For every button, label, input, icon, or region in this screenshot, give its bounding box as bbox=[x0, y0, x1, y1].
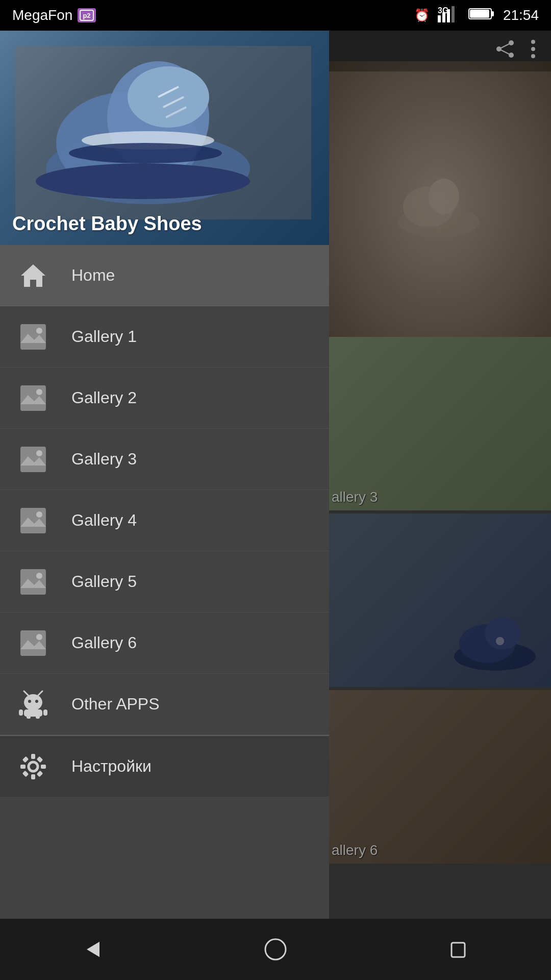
network-icon: 3G bbox=[438, 5, 460, 26]
svg-rect-5 bbox=[447, 9, 450, 22]
svg-point-29 bbox=[128, 66, 209, 128]
svg-point-31 bbox=[69, 143, 222, 163]
svg-rect-68 bbox=[20, 765, 26, 769]
svg-point-32 bbox=[36, 163, 250, 199]
svg-rect-60 bbox=[24, 709, 42, 717]
status-bar: MegaFon p2 ⏰ 3G bbox=[0, 0, 551, 31]
svg-rect-62 bbox=[43, 709, 47, 716]
time-display: 21:54 bbox=[503, 7, 539, 23]
gallery3-label: Gallery 3 bbox=[71, 450, 137, 469]
svg-rect-3 bbox=[438, 15, 441, 22]
svg-rect-71 bbox=[37, 756, 43, 763]
svg-line-59 bbox=[38, 691, 42, 695]
svg-point-56 bbox=[28, 700, 31, 703]
gallery4-icon bbox=[15, 503, 51, 538]
svg-point-39 bbox=[36, 328, 42, 334]
battery-icon bbox=[468, 7, 495, 24]
svg-rect-9 bbox=[470, 10, 489, 18]
svg-rect-64 bbox=[36, 716, 40, 719]
carrier-icon: p2 bbox=[78, 8, 96, 22]
svg-rect-52 bbox=[20, 630, 46, 656]
drawer-header: Crochet Baby Shoes bbox=[0, 31, 329, 245]
svg-rect-8 bbox=[491, 11, 494, 16]
svg-point-75 bbox=[265, 939, 286, 960]
svg-point-54 bbox=[36, 634, 42, 640]
svg-rect-72 bbox=[22, 770, 29, 777]
svg-text:p2: p2 bbox=[83, 12, 91, 19]
svg-point-42 bbox=[36, 389, 42, 395]
svg-rect-76 bbox=[452, 943, 465, 957]
svg-rect-73 bbox=[37, 770, 43, 777]
svg-rect-40 bbox=[20, 385, 46, 411]
svg-rect-46 bbox=[20, 508, 46, 533]
svg-point-55 bbox=[24, 694, 42, 710]
svg-rect-66 bbox=[31, 754, 35, 759]
gallery1-icon bbox=[15, 319, 51, 355]
svg-rect-61 bbox=[19, 709, 23, 716]
menu-item-home[interactable]: Home bbox=[0, 245, 329, 306]
menu-item-gallery5[interactable]: Gallery 5 bbox=[0, 551, 329, 612]
svg-rect-70 bbox=[22, 756, 29, 763]
gallery5-label: Gallery 5 bbox=[71, 572, 137, 591]
svg-rect-43 bbox=[20, 447, 46, 472]
carrier-name: MegaFon bbox=[12, 7, 72, 23]
svg-marker-36 bbox=[21, 264, 45, 287]
svg-rect-69 bbox=[41, 765, 46, 769]
svg-point-45 bbox=[36, 450, 42, 456]
back-button[interactable] bbox=[61, 929, 122, 970]
drawer-header-title: Crochet Baby Shoes bbox=[12, 213, 202, 235]
svg-rect-6 bbox=[452, 6, 455, 22]
nav-drawer: Crochet Baby Shoes Home Gallery 1 bbox=[0, 31, 329, 980]
gallery1-label: Gallery 1 bbox=[71, 327, 137, 346]
menu-item-gallery1[interactable]: Gallery 1 bbox=[0, 306, 329, 368]
svg-rect-49 bbox=[20, 569, 46, 595]
menu-item-other-apps[interactable]: Other APPS bbox=[0, 674, 329, 735]
gallery6-label: Gallery 6 bbox=[71, 633, 137, 652]
svg-line-58 bbox=[24, 691, 28, 695]
gallery6-icon bbox=[15, 625, 51, 661]
android-icon bbox=[15, 687, 51, 722]
settings-label: Настройки bbox=[71, 757, 152, 776]
gallery2-icon bbox=[15, 380, 51, 416]
home-icon bbox=[15, 258, 51, 293]
svg-point-48 bbox=[36, 511, 42, 518]
status-bar-left: MegaFon p2 bbox=[12, 7, 96, 23]
gallery4-label: Gallery 4 bbox=[71, 511, 137, 530]
menu-item-settings[interactable]: Настройки bbox=[0, 736, 329, 797]
svg-rect-4 bbox=[442, 12, 445, 22]
home-label: Home bbox=[71, 266, 115, 285]
alarm-icon: ⏰ bbox=[414, 8, 430, 22]
gallery2-label: Gallery 2 bbox=[71, 388, 137, 407]
svg-point-51 bbox=[36, 573, 42, 579]
menu-item-gallery6[interactable]: Gallery 6 bbox=[0, 612, 329, 674]
menu-items: Home Gallery 1 Gallery 2 bbox=[0, 245, 329, 980]
svg-rect-67 bbox=[31, 774, 35, 779]
svg-rect-63 bbox=[27, 716, 31, 719]
svg-point-57 bbox=[35, 700, 38, 703]
recents-button[interactable] bbox=[429, 929, 490, 970]
svg-marker-74 bbox=[87, 942, 99, 957]
status-bar-right: ⏰ 3G 21:54 bbox=[414, 5, 539, 26]
svg-point-65 bbox=[29, 762, 38, 771]
gallery3-icon bbox=[15, 442, 51, 477]
gallery5-icon bbox=[15, 564, 51, 600]
android-nav-bar bbox=[0, 919, 551, 980]
svg-rect-37 bbox=[20, 324, 46, 350]
menu-item-gallery3[interactable]: Gallery 3 bbox=[0, 429, 329, 490]
menu-item-gallery2[interactable]: Gallery 2 bbox=[0, 368, 329, 429]
other-apps-label: Other APPS bbox=[71, 695, 160, 714]
home-button[interactable] bbox=[245, 929, 306, 970]
menu-item-gallery4[interactable]: Gallery 4 bbox=[0, 490, 329, 551]
settings-icon bbox=[15, 749, 51, 785]
